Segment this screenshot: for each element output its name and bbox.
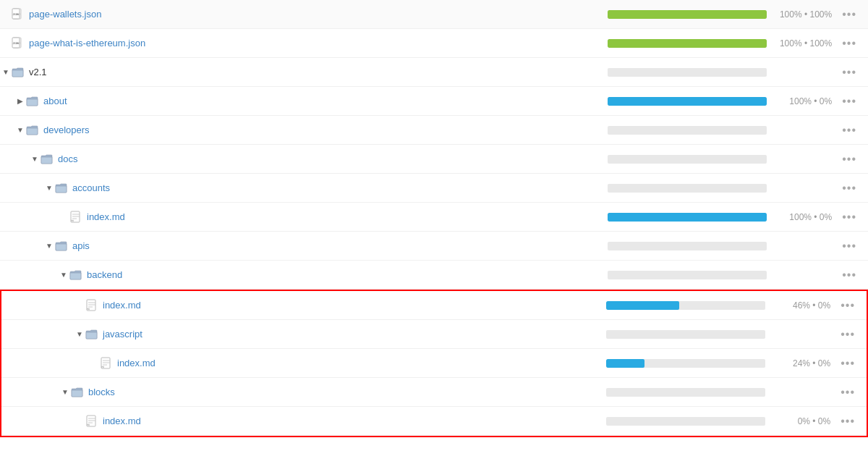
md-file-icon: MD — [85, 415, 98, 428]
item-name[interactable]: v2.1 — [29, 67, 47, 77]
item-name[interactable]: index.md — [103, 416, 141, 426]
progress-bar-wrap — [608, 126, 767, 135]
item-name[interactable]: index.md — [117, 358, 156, 368]
progress-label: 24% • 0% — [773, 358, 830, 368]
more-button[interactable]: ••• — [838, 357, 858, 370]
tree-row: ▼ docs ••• — [0, 145, 868, 174]
more-button[interactable]: ••• — [839, 66, 859, 79]
folder-icon — [55, 240, 68, 253]
tree-row: MD index.md 0% • 0% ••• — [1, 407, 867, 436]
file-tree: JSON JSON page-wallets.json 100% • 100% … — [0, 0, 868, 437]
folder-icon — [85, 328, 98, 341]
more-button[interactable]: ••• — [839, 124, 859, 137]
svg-text:MD: MD — [88, 308, 90, 311]
tree-row: ▼ javascript ••• — [1, 320, 867, 349]
tree-row: ▼ accounts ••• — [0, 174, 868, 203]
row-left: MD index.md — [1, 415, 606, 428]
more-button[interactable]: ••• — [839, 95, 859, 108]
svg-text:MD: MD — [102, 366, 105, 368]
progress-bar-wrap — [606, 359, 765, 368]
item-name[interactable]: apis — [72, 240, 90, 251]
item-name[interactable]: index.md — [103, 300, 141, 311]
row-left: ▼ docs — [0, 153, 608, 166]
progress-bar-wrap — [608, 155, 767, 164]
json-file-icon: JSON JSON — [12, 37, 25, 50]
folder-icon — [12, 66, 25, 79]
progress-bar-fill — [608, 97, 767, 106]
row-left: ▼ apis — [0, 240, 608, 253]
tree-row: MD index.md 24% • 0% ••• — [1, 349, 867, 378]
row-right: ••• — [606, 386, 858, 399]
progress-bar-wrap — [608, 10, 767, 19]
more-button[interactable]: ••• — [839, 211, 859, 224]
item-name[interactable]: index.md — [87, 211, 125, 222]
tree-row: ▼ apis ••• — [0, 232, 868, 261]
progress-label: 0% • 0% — [773, 416, 830, 426]
collapse-toggle[interactable]: ▼ — [0, 67, 12, 78]
progress-bar-wrap — [606, 301, 765, 310]
item-name[interactable]: developers — [43, 125, 90, 135]
item-name[interactable]: blocks — [88, 387, 115, 397]
progress-bar-fill — [606, 301, 679, 310]
item-name[interactable]: page-what-is-ethereum.json — [29, 38, 145, 49]
tree-row: ▼ developers ••• — [0, 116, 868, 145]
progress-label: 100% • 100% — [774, 38, 832, 49]
item-name[interactable]: page-wallets.json — [29, 9, 101, 20]
collapse-toggle[interactable]: ▼ — [74, 329, 85, 340]
tree-row: MD index.md 100% • 0% ••• — [0, 203, 868, 232]
collapse-toggle[interactable]: ▼ — [29, 153, 41, 165]
tree-row: ▼ v2.1 ••• — [0, 58, 868, 87]
row-left: ▼ backend — [0, 269, 608, 282]
folder-icon — [69, 269, 82, 282]
row-right: 46% • 0% ••• — [606, 299, 858, 312]
progress-bar-fill — [606, 359, 644, 368]
progress-bar-wrap — [606, 388, 765, 397]
more-button[interactable]: ••• — [839, 153, 859, 166]
row-left: ▼ accounts — [0, 182, 608, 195]
item-name[interactable]: backend — [87, 269, 122, 280]
item-name[interactable]: javascript — [103, 329, 142, 340]
more-button[interactable]: ••• — [838, 415, 858, 428]
more-button[interactable]: ••• — [839, 8, 859, 21]
expand-toggle[interactable]: ▶ — [14, 96, 26, 107]
collapse-toggle[interactable]: ▼ — [59, 387, 71, 398]
item-name[interactable]: about — [43, 96, 67, 106]
progress-label: 100% • 100% — [774, 9, 832, 20]
svg-text:MD: MD — [88, 423, 90, 426]
more-button[interactable]: ••• — [838, 328, 858, 341]
tree-row: MD index.md 46% • 0% ••• — [1, 291, 867, 320]
more-button[interactable]: ••• — [839, 37, 859, 50]
item-name[interactable]: docs — [58, 153, 77, 164]
tree-row: ▼ blocks ••• — [1, 378, 867, 407]
svg-text:MD: MD — [72, 219, 75, 222]
collapse-toggle[interactable]: ▼ — [43, 182, 55, 194]
collapse-toggle[interactable]: ▼ — [14, 125, 26, 136]
more-button[interactable]: ••• — [839, 240, 859, 253]
progress-bar-wrap — [608, 271, 767, 279]
progress-bar-wrap — [608, 213, 767, 222]
row-right: 24% • 0% ••• — [606, 357, 858, 370]
collapse-toggle[interactable]: ▼ — [58, 269, 69, 281]
progress-bar-wrap — [606, 417, 765, 426]
row-left: ▼ developers — [0, 124, 608, 137]
row-right: ••• — [608, 182, 859, 195]
row-left: ▼ blocks — [1, 386, 606, 399]
collapse-toggle[interactable]: ▼ — [43, 240, 55, 252]
row-right: 0% • 0% ••• — [606, 415, 858, 428]
more-button[interactable]: ••• — [839, 182, 859, 195]
more-button[interactable]: ••• — [838, 386, 858, 399]
more-button[interactable]: ••• — [839, 269, 859, 282]
item-name[interactable]: accounts — [72, 182, 110, 193]
svg-text:JSON: JSON — [13, 12, 19, 15]
tree-row: ▶ about 100% • 0% ••• — [0, 87, 868, 116]
row-right: 100% • 0% ••• — [608, 95, 859, 108]
tree-row: ▼ backend ••• — [0, 261, 868, 290]
folder-icon — [71, 386, 84, 399]
progress-bar-wrap — [608, 39, 767, 48]
row-right: ••• — [608, 153, 859, 166]
svg-text:JSON: JSON — [13, 41, 19, 44]
row-left: JSON JSON page-wallets.json — [0, 8, 608, 21]
row-left: JSON JSON page-what-is-ethereum.json — [0, 37, 608, 50]
row-left: ▼ javascript — [1, 328, 606, 341]
more-button[interactable]: ••• — [838, 299, 858, 312]
